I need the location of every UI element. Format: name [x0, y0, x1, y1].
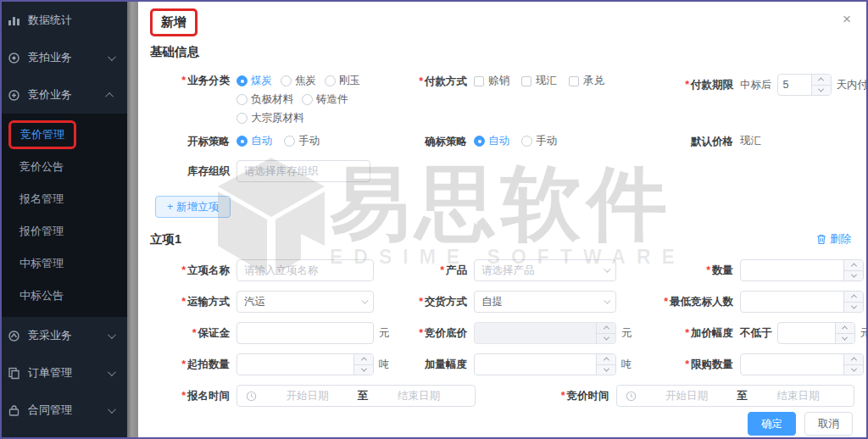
- basic-row-3: 库存组织: [150, 160, 854, 182]
- sidebar-item-order-management[interactable]: 订单管理: [2, 354, 127, 392]
- radio-icon: [284, 136, 295, 147]
- start-qty-input[interactable]: [237, 354, 353, 375]
- sidebar-item-contract-management[interactable]: 合同管理: [2, 392, 127, 429]
- stepper-up-icon[interactable]: [597, 354, 615, 364]
- increment-prefix: 不低于: [740, 326, 772, 341]
- signup-time-range-picker[interactable]: 开始日期 至 结束日期: [236, 385, 476, 407]
- limit-qty-label: *限购数量: [648, 358, 733, 371]
- stepper-down-icon: [597, 333, 615, 344]
- radio-icon: [236, 75, 248, 86]
- deposit-field[interactable]: [236, 322, 374, 344]
- sidebar-subitem-bidding-announcement[interactable]: 竞价公告: [2, 151, 127, 183]
- radio-coal[interactable]: 煤炭: [236, 74, 272, 88]
- stepper-up-icon[interactable]: [844, 260, 863, 270]
- stepper-down-icon[interactable]: [844, 302, 863, 313]
- payment-term-label: *付款期限: [648, 78, 733, 92]
- stepper-up-icon[interactable]: [354, 354, 373, 364]
- delete-project-button[interactable]: 删除: [816, 232, 851, 247]
- limit-qty-input[interactable]: [741, 354, 843, 375]
- checkbox-cash[interactable]: 现汇: [521, 74, 557, 88]
- sidebar-subitem-signup-management[interactable]: 报名管理: [2, 183, 127, 215]
- confirm-button[interactable]: 确定: [748, 412, 796, 436]
- radio-coke[interactable]: 焦炭: [281, 74, 316, 88]
- sidebar-divider-strip[interactable]: [127, 2, 138, 437]
- product-label: *产品: [413, 264, 467, 277]
- sidebar-item-auction-business[interactable]: 竞拍业务: [2, 39, 127, 76]
- radio-corundum[interactable]: 刚玉: [325, 74, 360, 88]
- stepper-down-icon[interactable]: [844, 364, 863, 375]
- project-name-input[interactable]: [244, 264, 366, 276]
- radio-icon: [236, 94, 248, 105]
- stepper-up-icon[interactable]: [812, 75, 831, 85]
- order-icon: [8, 367, 20, 380]
- sidebar-subitem-award-management[interactable]: 中标管理: [2, 247, 127, 280]
- radio-castings[interactable]: 铸造件: [302, 92, 348, 107]
- chevron-down-icon: [361, 297, 368, 303]
- end-date-placeholder: 结束日期: [372, 389, 466, 403]
- clock-icon: [626, 391, 637, 402]
- radio-confirm-auto[interactable]: 自动: [474, 134, 509, 148]
- stepper-down-icon[interactable]: [354, 364, 373, 375]
- delivery-select[interactable]: 自提: [474, 291, 616, 313]
- product-select[interactable]: 请选择产品: [474, 259, 616, 281]
- sidebar-subitem-bidding-management[interactable]: 竞价管理: [2, 119, 127, 151]
- sidebar-subitem-quote-management[interactable]: 报价管理: [2, 215, 127, 247]
- annotation-box: 新增: [150, 8, 198, 36]
- min-bidders-label: *最低竞标人数: [648, 295, 733, 308]
- payment-term-input[interactable]: [778, 75, 811, 95]
- procurement-icon: [8, 330, 20, 342]
- stepper-down-icon[interactable]: [836, 333, 854, 344]
- floor-price-label: *竞价底价: [413, 326, 467, 340]
- min-bidders-input[interactable]: [741, 292, 843, 312]
- sidebar-subitem-award-announcement[interactable]: 中标公告: [2, 280, 127, 312]
- delivery-label: *交货方式: [413, 295, 467, 308]
- radio-anode-material[interactable]: 负极材料: [236, 92, 293, 107]
- sidebar-item-procurement-business[interactable]: 竞采业务: [2, 317, 127, 354]
- deposit-label: *保证金: [150, 326, 230, 340]
- quantity-label: *数量: [648, 264, 733, 277]
- radio-confirm-manual[interactable]: 手动: [521, 134, 557, 148]
- project-name-field[interactable]: [236, 259, 374, 281]
- stepper-up-icon[interactable]: [844, 354, 863, 364]
- checkbox-credit-sale[interactable]: 赊销: [474, 74, 509, 88]
- inventory-org-select[interactable]: [236, 160, 370, 182]
- project-title: 立项1: [150, 231, 181, 247]
- radio-open-auto[interactable]: 自动: [236, 134, 272, 148]
- page-title: 新增: [161, 14, 186, 31]
- stepper-up-icon[interactable]: [836, 323, 854, 333]
- radio-open-manual[interactable]: 手动: [284, 134, 320, 148]
- dialog-header: 新增 ×: [150, 8, 854, 42]
- sidebar-item-data-stats[interactable]: 数据统计: [2, 2, 127, 39]
- trash-icon: [816, 234, 826, 245]
- stepper: [353, 354, 373, 375]
- stepper-down-icon[interactable]: [597, 364, 615, 375]
- transport-select[interactable]: 汽运: [236, 291, 374, 313]
- stepper-down-icon[interactable]: [844, 270, 863, 281]
- add-project-button[interactable]: + 新增立项: [155, 196, 231, 218]
- sidebar-item-bidding-business[interactable]: 竞价业务: [2, 76, 127, 114]
- close-icon[interactable]: ×: [843, 12, 851, 26]
- date-separator: 至: [358, 389, 369, 403]
- increment-input[interactable]: [778, 323, 835, 343]
- inventory-org-input[interactable]: [244, 165, 363, 177]
- basic-info-section-title: 基础信息: [150, 44, 854, 60]
- start-date-placeholder: 开始日期: [260, 389, 354, 403]
- cancel-button[interactable]: 取消: [804, 412, 853, 436]
- chevron-down-icon: [604, 297, 610, 303]
- project-section-header: 立项1 删除: [150, 231, 854, 247]
- stepper-down-icon[interactable]: [812, 85, 831, 96]
- quantity-input[interactable]: [741, 260, 843, 281]
- add-qty-label: 加量幅度: [413, 358, 467, 371]
- chevron-down-icon: [604, 265, 610, 272]
- bidding-time-range-picker[interactable]: 开始日期 至 结束日期: [616, 385, 855, 407]
- increment-stepper: [777, 322, 855, 344]
- checkbox-acceptance[interactable]: 承兑: [569, 74, 604, 88]
- sidebar-item-label: 数据统计: [28, 13, 72, 28]
- radio-bulk-raw-material[interactable]: 大宗原材料: [236, 111, 304, 125]
- confirm-strategy-label: 确标策略: [413, 135, 467, 148]
- deposit-input[interactable]: [244, 327, 366, 339]
- dialog-footer: 确定 取消: [748, 412, 853, 436]
- add-qty-input[interactable]: [475, 354, 596, 375]
- stepper-up-icon[interactable]: [844, 292, 863, 302]
- auction-icon: [8, 52, 20, 64]
